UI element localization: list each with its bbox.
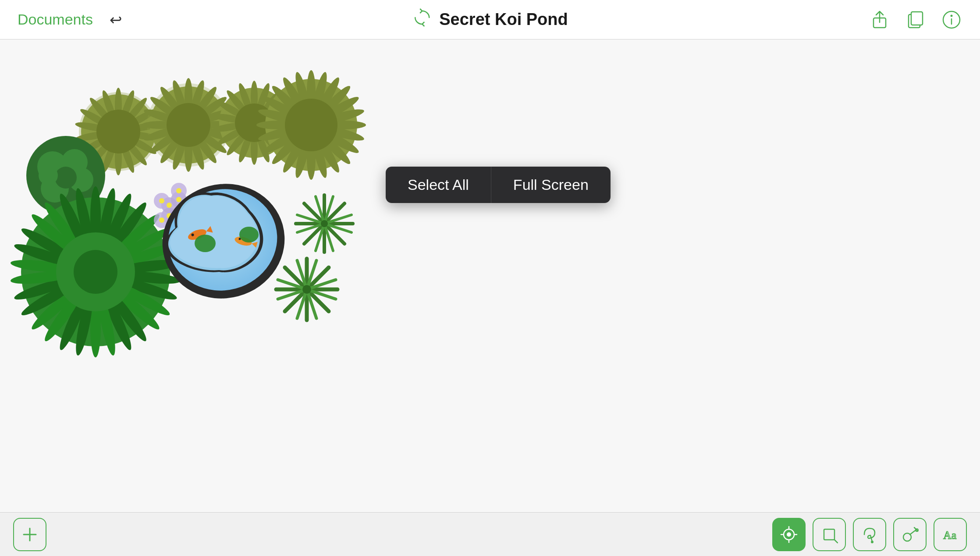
header: Documents ↩ Secret Koi Pond [0,0,980,39]
svg-point-159 [159,217,164,223]
header-right [869,9,962,31]
select-all-button[interactable]: Select All [386,167,491,203]
toolbar-left [13,518,46,551]
shape-tool-button[interactable] [813,518,846,551]
svg-point-190 [787,533,791,536]
svg-point-103 [39,166,58,185]
shape-tool-icon [820,526,838,543]
svg-point-102 [55,167,77,189]
bottom-toolbar: Aa [0,512,980,556]
info-button[interactable] [941,9,962,31]
undo-icon: ↩ [110,11,122,29]
svg-point-155 [176,188,181,193]
svg-point-6 [951,15,952,16]
svg-point-50 [167,103,210,147]
svg-line-196 [834,540,838,543]
svg-point-168 [239,227,259,242]
svg-rect-195 [824,529,834,540]
select-tool-icon [780,526,798,543]
main-canvas[interactable]: Select All Full Screen [0,39,980,512]
context-menu: Select All Full Screen [386,167,611,203]
lasso-tool-button[interactable] [853,518,886,551]
sync-icon [412,7,432,32]
lasso-tool-icon [861,526,878,543]
undo-button[interactable]: ↩ [106,10,125,29]
pen-tool-icon [901,526,919,543]
svg-point-160 [159,198,164,203]
svg-point-96 [285,99,337,151]
add-button[interactable] [13,518,46,551]
svg-point-27 [96,110,140,153]
documents-link[interactable]: Documents [18,11,93,28]
svg-point-186 [302,285,311,294]
svg-point-167 [195,235,216,252]
svg-text:Aa: Aa [943,529,957,542]
document-title: Secret Koi Pond [439,10,568,29]
full-screen-button[interactable]: Full Screen [491,167,611,203]
pen-tool-button[interactable] [893,518,927,551]
svg-point-136 [74,250,117,294]
svg-rect-3 [911,12,923,25]
svg-point-177 [321,220,328,227]
select-tool-button[interactable] [772,518,806,551]
svg-point-154 [167,203,172,208]
share-button[interactable] [869,9,891,31]
svg-point-198 [871,541,873,543]
svg-point-149 [176,197,181,202]
duplicate-button[interactable] [905,9,927,31]
plus-icon [21,526,39,543]
header-left: Documents ↩ [18,10,125,29]
header-center: Secret Koi Pond [412,7,568,32]
text-tool-button[interactable]: Aa [934,518,967,551]
toolbar-right: Aa [772,518,967,551]
text-tool-icon: Aa [941,526,959,543]
